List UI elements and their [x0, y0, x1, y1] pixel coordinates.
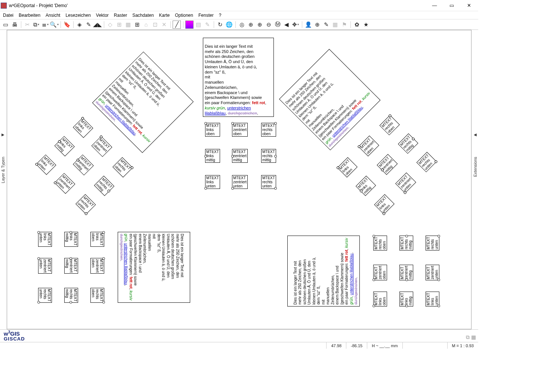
menu-help[interactable]: ?: [219, 13, 222, 18]
mtext-box[interactable]: MTEXT links oben: [73, 118, 93, 138]
mtext-links-unten[interactable]: MTEXT links unten: [205, 175, 220, 189]
mtext-box[interactable]: MTEXT links mittig: [55, 136, 75, 156]
canvas-viewport[interactable]: Dies ist ein langer Text mit mehr als 25…: [7, 30, 471, 329]
star-icon[interactable]: ★: [362, 21, 370, 29]
menu-vektor[interactable]: Vektor: [96, 13, 109, 18]
color-icon[interactable]: [185, 21, 194, 29]
mtext-rechts-unten[interactable]: MTEXT rechts unten: [261, 175, 276, 189]
table-icon[interactable]: ▦: [331, 21, 339, 29]
down-icon[interactable]: ⊕: [247, 21, 255, 29]
mtext-box[interactable]: MTEXT links mittig: [399, 292, 413, 307]
cut-icon[interactable]: ✂: [23, 21, 31, 29]
mtext-box[interactable]: MTEXT rechts mittig: [94, 175, 114, 196]
menu-karte[interactable]: Karte: [159, 13, 170, 18]
expand-left-icon[interactable]: ▶: [1, 133, 4, 137]
mtext-box[interactable]: MTEXT rechts oben: [380, 115, 400, 135]
mtext-box[interactable]: MTEXT rechts oben: [373, 236, 387, 251]
compass-icon[interactable]: ⊕: [313, 21, 321, 29]
pen2-icon[interactable]: ✎: [322, 21, 330, 29]
search-icon[interactable]: 🔍▾: [50, 21, 58, 29]
menu-bearbeiten[interactable]: Bearbeiten: [19, 13, 40, 18]
home-icon[interactable]: ⌂: [142, 21, 150, 29]
plus-icon[interactable]: ⊕: [256, 21, 264, 29]
globe-icon[interactable]: 🌐: [225, 21, 233, 29]
mtext-box[interactable]: MTEXT zentriert unten: [426, 265, 439, 280]
tool4-icon[interactable]: ⊡: [151, 21, 159, 29]
menu-lesezeichen[interactable]: Lesezeichen: [65, 13, 90, 18]
refresh-icon[interactable]: ↻: [216, 21, 224, 29]
menu-optionen[interactable]: Optionen: [175, 13, 193, 18]
mtext-box[interactable]: MTEXT zentriert oben: [358, 136, 379, 156]
bookmark-icon[interactable]: 🔖: [63, 21, 71, 29]
paragraph-0deg[interactable]: Dies ist ein langer Text mit mehr als 25…: [203, 38, 274, 117]
mtext-box[interactable]: MTEXT links unten: [374, 194, 394, 214]
mtext-box[interactable]: MTEXT rechts unten: [75, 194, 96, 214]
paragraph-90deg-left[interactable]: Dies ist ein langer Text mit mehr als 25…: [118, 232, 191, 303]
mtext-box[interactable]: MTEXT links oben: [373, 292, 387, 307]
mtext-box[interactable]: MTEXT rechts mittig: [64, 288, 78, 303]
mtext-box[interactable]: MTEXT rechts unten: [38, 288, 52, 303]
tool3-icon[interactable]: ▦: [124, 21, 132, 29]
left-icon[interactable]: ◀: [282, 21, 291, 29]
menu-sachdaten[interactable]: Sachdaten: [132, 13, 154, 18]
panel-extensions[interactable]: Extensions: [473, 157, 477, 177]
close-button[interactable]: ✕: [460, 0, 477, 11]
pan-icon[interactable]: ✥▾: [291, 21, 300, 29]
mtext-box[interactable]: MTEXT links unten: [426, 292, 439, 307]
mtext-box[interactable]: MTEXT zentriert mittig: [399, 265, 413, 280]
mtext-box[interactable]: MTEXT zentriert oben: [92, 136, 112, 157]
mtext-rechts-oben[interactable]: MTEXT rechts oben: [261, 123, 276, 137]
mtext-zentriert-mittig[interactable]: MTEXT zentriert mittig: [232, 149, 248, 163]
mtext-box[interactable]: MTEXT rechts oben: [112, 157, 133, 177]
person-icon[interactable]: 👤: [304, 21, 312, 29]
mtext-links-oben[interactable]: MTEXT links oben: [205, 123, 220, 137]
menu-ansicht[interactable]: Ansicht: [46, 13, 60, 18]
m-icon[interactable]: Ⓜ: [273, 21, 282, 29]
mtext-zentriert-oben[interactable]: MTEXT zentriert oben: [232, 123, 248, 137]
window-split-icon[interactable]: ⧉: [466, 334, 470, 340]
minus-icon[interactable]: ⊖: [265, 21, 273, 29]
settings-icon[interactable]: ✿: [353, 21, 361, 29]
paragraph-45deg-right[interactable]: Dies ist ein langer Text mit mehr als 25…: [279, 49, 380, 150]
expand-right-icon[interactable]: ◀: [474, 133, 477, 137]
pencil-icon[interactable]: ╱: [173, 21, 181, 29]
new-icon[interactable]: ▭: [1, 21, 10, 29]
terrain-icon[interactable]: ◢◣: [93, 21, 102, 29]
tool1-icon[interactable]: ◇: [106, 21, 114, 29]
paragraph-90deg-right[interactable]: Dies ist ein langer Text mit mehr als 25…: [287, 236, 360, 307]
mtext-box[interactable]: MTEXT links mittig: [356, 176, 376, 196]
mtext-box[interactable]: MTEXT zentriert unten: [38, 258, 52, 274]
mtext-box[interactable]: MTEXT links oben: [337, 157, 357, 177]
mtext-box[interactable]: MTEXT links unten: [38, 232, 52, 247]
paragraph-45deg-left[interactable]: Dies ist ein langer Text mit mehr als 25…: [92, 52, 194, 153]
mtext-box[interactable]: MTEXT links mittig: [64, 232, 78, 247]
minimize-button[interactable]: —: [426, 0, 443, 11]
edit-icon[interactable]: ✎: [84, 21, 93, 29]
brush-icon[interactable]: ✎: [203, 21, 211, 29]
mtext-box[interactable]: MTEXT links unten: [36, 155, 56, 175]
flag-icon[interactable]: ⚑: [340, 21, 348, 29]
mtext-rechts-mittig[interactable]: MTEXT rechts mittig: [261, 149, 276, 163]
mtext-box[interactable]: MTEXT zentriert mittig: [64, 258, 78, 274]
tool2-icon[interactable]: ⊞: [115, 21, 123, 29]
panel-layer-typen[interactable]: Layer & Typen: [1, 157, 5, 183]
mtext-box[interactable]: MTEXT zentriert oben: [373, 265, 387, 280]
mtext-box[interactable]: MTEXT zentriert mittig: [377, 154, 398, 175]
print-icon[interactable]: 🖶: [10, 21, 19, 29]
list-icon[interactable]: ≣▾: [41, 21, 49, 29]
tool5-icon[interactable]: ✕: [160, 21, 168, 29]
mtext-box[interactable]: MTEXT rechts oben: [90, 288, 104, 303]
mtext-box[interactable]: MTEXT zentriert mittig: [73, 155, 94, 175]
target-icon[interactable]: ◎: [238, 21, 246, 29]
mtext-box[interactable]: MTEXT zentriert oben: [90, 258, 104, 274]
mtext-box[interactable]: MTEXT zentriert unten: [55, 173, 75, 194]
layers-icon[interactable]: ◈: [75, 21, 84, 29]
menu-fenster[interactable]: Fenster: [198, 13, 214, 18]
mtext-box[interactable]: MTEXT links oben: [90, 232, 104, 247]
mtext-box[interactable]: MTEXT rechts mittig: [399, 236, 413, 251]
mtext-box[interactable]: MTEXT rechts unten: [417, 152, 437, 172]
mtext-box[interactable]: MTEXT rechts unten: [426, 236, 439, 251]
menu-datei[interactable]: Datei: [3, 13, 13, 18]
mtext-zentriert-unten[interactable]: MTEXT zentriert unten: [232, 175, 248, 189]
mtext-box[interactable]: MTEXT zentriert unten: [395, 172, 416, 193]
